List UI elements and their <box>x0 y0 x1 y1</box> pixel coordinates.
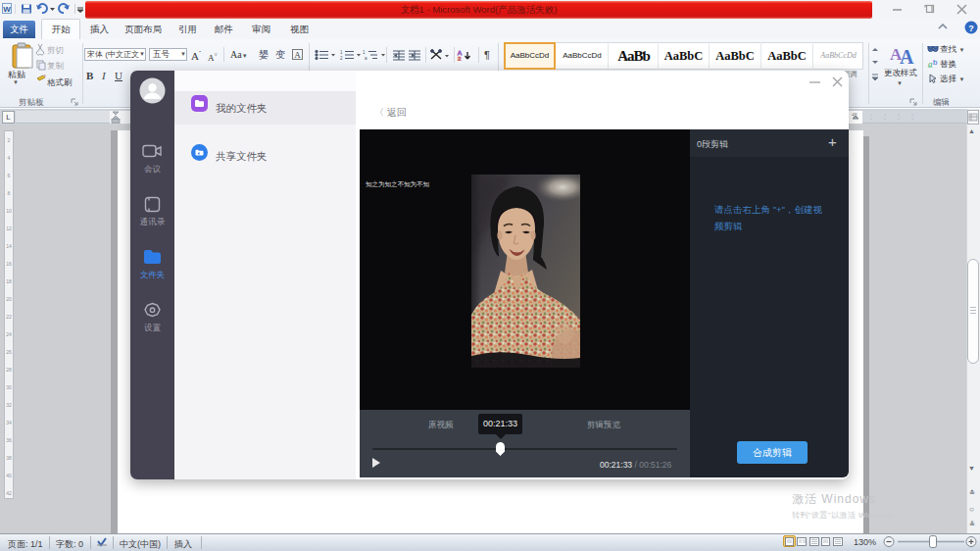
svg-text:2: 2 <box>340 56 343 61</box>
svg-text:a: a <box>365 56 368 61</box>
svg-text:2: 2 <box>458 56 462 61</box>
svg-text:1: 1 <box>340 50 343 55</box>
svg-text:A: A <box>900 46 914 66</box>
svg-text:1: 1 <box>363 50 366 55</box>
svg-text:?: ? <box>968 24 974 33</box>
svg-text:b: b <box>933 58 938 67</box>
svg-text:W: W <box>3 5 11 14</box>
svg-text:¶: ¶ <box>484 49 490 61</box>
svg-text:48: 48 <box>852 112 858 118</box>
